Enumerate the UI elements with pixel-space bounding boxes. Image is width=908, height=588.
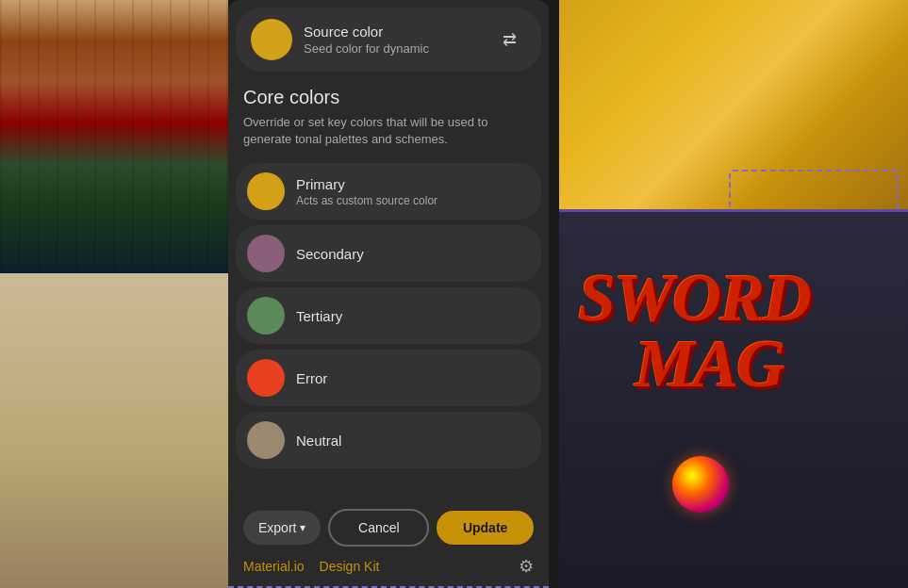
neutral-info: Neutral [296,433,341,449]
design-kit-link[interactable]: Design Kit [320,559,380,574]
secondary-label: Secondary [296,246,364,262]
error-label: Error [296,370,327,386]
error-swatch [247,359,285,397]
source-color-desc: Seed color for dynamic [304,41,481,56]
bg-orange [559,0,908,212]
source-color-label: Source color [304,24,481,40]
error-info: Error [296,370,327,386]
secondary-swatch [247,235,285,272]
color-panel: Source color Seed color for dynamic ⇄ Co… [228,0,549,588]
action-buttons: Export ▾ Cancel Update [243,509,534,547]
primary-desc: Acts as custom source color [296,194,437,207]
primary-label: Primary [296,176,437,192]
primary-color-item[interactable]: Primary Acts as custom source color [236,163,541,220]
core-colors-section: Core colors Override or set key colors t… [228,79,549,155]
settings-icon[interactable]: ⚙ [519,556,534,577]
export-button[interactable]: Export ▾ [243,511,321,545]
shuffle-button[interactable]: ⇄ [492,23,526,57]
export-chevron-icon: ▾ [300,521,305,534]
tertiary-info: Tertiary [296,308,342,324]
neutral-label: Neutral [296,433,341,449]
color-items-list: Primary Acts as custom source color Seco… [228,155,549,499]
primary-info: Primary Acts as custom source color [296,176,437,207]
secondary-info: Secondary [296,246,364,262]
neutral-color-item[interactable]: Neutral [236,412,541,468]
bg-sword-mag: SWORD MAG [559,212,908,588]
footer-left-links: Material.io Design Kit [243,559,379,574]
core-colors-desc: Override or set key colors that will be … [243,114,534,148]
primary-swatch [247,172,285,210]
shuffle-icon: ⇄ [503,29,517,50]
orb-decoration [672,456,729,513]
tertiary-label: Tertiary [296,308,342,324]
bg-pottery [0,273,228,588]
bottom-bar: Export ▾ Cancel Update Material.io Desig… [228,499,549,588]
neutral-swatch [247,421,285,459]
source-color-swatch [251,19,292,60]
source-color-info: Source color Seed color for dynamic [304,24,481,56]
secondary-color-item[interactable]: Secondary [236,225,541,282]
source-color-row[interactable]: Source color Seed color for dynamic ⇄ [236,8,541,72]
mag-text: MAG [635,325,784,403]
export-label: Export [258,520,296,535]
core-colors-title: Core colors [243,87,534,108]
tertiary-color-item[interactable]: Tertiary [236,287,541,344]
bg-books [0,0,228,273]
cancel-button[interactable]: Cancel [328,509,429,547]
update-button[interactable]: Update [437,511,534,545]
material-io-link[interactable]: Material.io [243,559,305,574]
tertiary-swatch [247,297,285,335]
error-color-item[interactable]: Error [236,350,541,406]
footer-links: Material.io Design Kit ⚙ [243,556,534,577]
